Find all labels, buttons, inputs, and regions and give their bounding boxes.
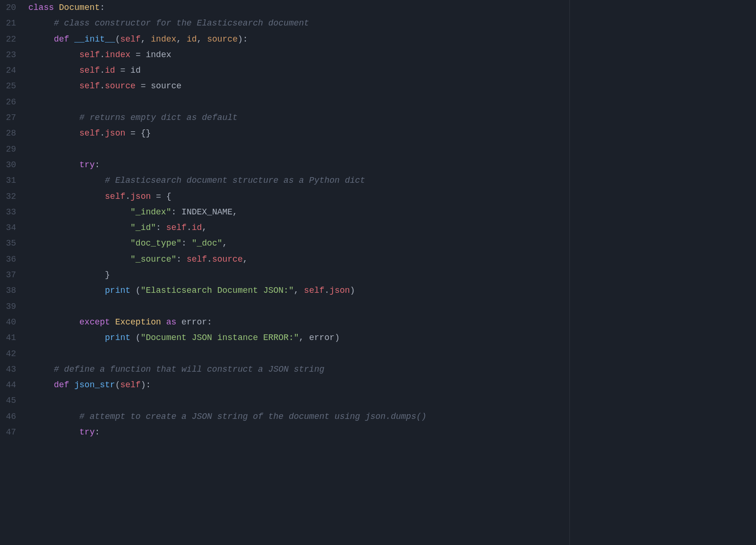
line-number: 41 bbox=[0, 330, 16, 346]
code-line[interactable]: class Document: bbox=[28, 0, 756, 16]
code-line[interactable]: "_index": INDEX_NAME, bbox=[28, 204, 756, 220]
token: : bbox=[207, 317, 212, 327]
token: , bbox=[232, 207, 238, 217]
line-number: 34 bbox=[0, 220, 16, 236]
code-line[interactable]: self.source = source bbox=[28, 78, 756, 94]
line-number: 25 bbox=[0, 78, 16, 94]
code-line[interactable] bbox=[28, 299, 756, 315]
token: = bbox=[151, 192, 166, 201]
token: # class constructor for the Elasticsearc… bbox=[54, 18, 309, 28]
line-number: 32 bbox=[0, 189, 16, 204]
token: Exception bbox=[115, 317, 161, 327]
code-line[interactable]: print ("Elasticsearch Document JSON:", s… bbox=[28, 283, 756, 298]
code-line[interactable]: except Exception as error: bbox=[28, 315, 756, 330]
code-line[interactable]: # returns empty dict as default bbox=[28, 110, 756, 126]
line-number: 40 bbox=[0, 315, 16, 330]
line-number: 24 bbox=[0, 63, 16, 78]
token: . bbox=[100, 81, 105, 91]
token: ) bbox=[350, 286, 355, 295]
token: . bbox=[100, 128, 105, 138]
token: , bbox=[294, 286, 304, 295]
code-line[interactable]: # Elasticsearch document structure as a … bbox=[28, 173, 756, 188]
token: self bbox=[105, 192, 125, 201]
token: id bbox=[187, 34, 197, 44]
token: print bbox=[105, 333, 130, 342]
token: try bbox=[79, 160, 94, 170]
token: , bbox=[141, 34, 151, 44]
token: error bbox=[309, 333, 335, 342]
code-editor[interactable]: 2021222324252627282930313233343536373839… bbox=[0, 0, 756, 545]
token: index bbox=[151, 34, 176, 44]
token: Document bbox=[59, 3, 100, 12]
token: self bbox=[166, 223, 187, 232]
line-number: 47 bbox=[0, 425, 16, 440]
token: ( bbox=[130, 333, 141, 342]
token: class bbox=[28, 3, 59, 12]
token: ): bbox=[141, 380, 151, 390]
token: . bbox=[100, 66, 105, 75]
code-line[interactable]: self.json = {} bbox=[28, 126, 756, 141]
code-line[interactable]: } bbox=[28, 267, 756, 283]
token: } bbox=[105, 270, 110, 280]
token: self bbox=[304, 286, 324, 295]
token: self bbox=[79, 128, 100, 138]
token: self bbox=[120, 34, 140, 44]
code-line[interactable]: "doc_type": "_doc", bbox=[28, 236, 756, 251]
token: self bbox=[79, 66, 100, 75]
token: . bbox=[100, 50, 105, 60]
token: source bbox=[207, 34, 238, 44]
code-line[interactable]: # class constructor for the Elasticsearc… bbox=[28, 16, 756, 31]
code-line[interactable]: self.json = { bbox=[28, 189, 756, 204]
token: self bbox=[79, 50, 100, 60]
code-line[interactable] bbox=[28, 393, 756, 409]
code-line[interactable]: self.id = id bbox=[28, 63, 756, 78]
token: = bbox=[115, 66, 130, 75]
code-line[interactable] bbox=[28, 346, 756, 362]
token: , bbox=[223, 238, 228, 248]
line-number-gutter: 2021222324252627282930313233343536373839… bbox=[0, 0, 28, 545]
token: "doc_type" bbox=[130, 238, 181, 248]
token: , bbox=[243, 255, 248, 264]
token: , bbox=[197, 34, 207, 44]
line-number: 30 bbox=[0, 157, 16, 173]
token: json_str bbox=[74, 380, 115, 390]
code-line[interactable]: print ("Document JSON instance ERROR:", … bbox=[28, 330, 756, 346]
token: "Document JSON instance ERROR:" bbox=[141, 333, 299, 342]
token: json bbox=[130, 192, 151, 201]
token: "Elasticsearch Document JSON:" bbox=[141, 286, 294, 295]
code-line[interactable]: def __init__(self, index, id, source): bbox=[28, 32, 756, 47]
token: ( bbox=[115, 380, 120, 390]
token: : bbox=[171, 207, 181, 217]
line-number: 26 bbox=[0, 94, 16, 110]
code-line[interactable]: "_id": self.id, bbox=[28, 220, 756, 236]
line-number: 44 bbox=[0, 377, 16, 393]
line-number: 27 bbox=[0, 110, 16, 126]
code-line[interactable]: try: bbox=[28, 157, 756, 173]
code-line[interactable] bbox=[28, 142, 756, 157]
code-line[interactable]: # define a function that will construct … bbox=[28, 362, 756, 377]
token: index bbox=[146, 50, 171, 60]
token: source bbox=[151, 81, 181, 91]
token: : bbox=[94, 427, 100, 437]
vertical-scrollbar[interactable] bbox=[749, 0, 756, 545]
code-line[interactable] bbox=[28, 94, 756, 110]
token: self bbox=[187, 255, 207, 264]
code-line[interactable]: def json_str(self): bbox=[28, 377, 756, 393]
code-line[interactable]: "_source": self.source, bbox=[28, 252, 756, 267]
code-line[interactable]: self.index = index bbox=[28, 47, 756, 63]
code-area[interactable]: class Document: # class constructor for … bbox=[28, 0, 756, 545]
token: : bbox=[94, 160, 100, 170]
token: except bbox=[79, 317, 115, 327]
column-ruler bbox=[569, 0, 570, 545]
code-line[interactable]: try: bbox=[28, 425, 756, 440]
line-number: 43 bbox=[0, 362, 16, 377]
code-line[interactable]: # attempt to create a JSON string of the… bbox=[28, 409, 756, 425]
token: : bbox=[100, 3, 105, 12]
token: def bbox=[54, 34, 74, 44]
token: {} bbox=[141, 128, 151, 138]
token: # define a function that will construct … bbox=[54, 365, 325, 374]
line-number: 36 bbox=[0, 252, 16, 267]
token: , bbox=[176, 34, 187, 44]
line-number: 21 bbox=[0, 16, 16, 31]
token: print bbox=[105, 286, 130, 295]
